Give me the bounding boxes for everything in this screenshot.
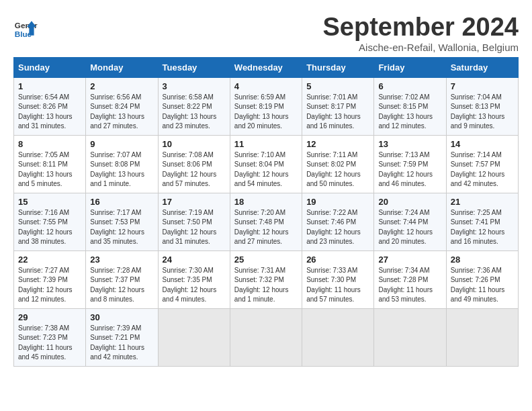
col-header-wednesday: Wednesday bbox=[230, 57, 302, 77]
day-number: 12 bbox=[306, 139, 369, 149]
day-number: 24 bbox=[163, 255, 226, 265]
day-number: 14 bbox=[451, 139, 514, 149]
calendar-cell: 22Sunrise: 7:27 AM Sunset: 7:39 PM Dayli… bbox=[14, 250, 86, 308]
day-info: Sunrise: 7:10 AM Sunset: 8:04 PM Dayligh… bbox=[234, 150, 298, 189]
day-number: 23 bbox=[90, 255, 153, 265]
calendar-cell: 18Sunrise: 7:20 AM Sunset: 7:48 PM Dayli… bbox=[230, 193, 302, 250]
calendar-cell: 20Sunrise: 7:24 AM Sunset: 7:44 PM Dayli… bbox=[374, 193, 446, 250]
calendar-cell: 14Sunrise: 7:14 AM Sunset: 7:57 PM Dayli… bbox=[446, 135, 518, 193]
calendar-cell: 30Sunrise: 7:39 AM Sunset: 7:21 PM Dayli… bbox=[86, 308, 158, 366]
calendar-cell bbox=[446, 308, 518, 366]
day-number: 19 bbox=[306, 197, 369, 207]
day-number: 22 bbox=[18, 255, 81, 265]
calendar-cell: 13Sunrise: 7:13 AM Sunset: 7:59 PM Dayli… bbox=[374, 135, 446, 193]
day-number: 18 bbox=[234, 197, 298, 207]
day-number: 6 bbox=[378, 81, 441, 91]
calendar-cell: 28Sunrise: 7:36 AM Sunset: 7:26 PM Dayli… bbox=[446, 250, 518, 308]
calendar-cell: 19Sunrise: 7:22 AM Sunset: 7:46 PM Dayli… bbox=[302, 193, 374, 250]
day-info: Sunrise: 7:05 AM Sunset: 8:11 PM Dayligh… bbox=[18, 150, 81, 189]
calendar-cell: 21Sunrise: 7:25 AM Sunset: 7:41 PM Dayli… bbox=[446, 193, 518, 250]
day-number: 21 bbox=[451, 197, 514, 207]
calendar-cell: 15Sunrise: 7:16 AM Sunset: 7:55 PM Dayli… bbox=[14, 193, 86, 250]
calendar-cell: 3Sunrise: 6:58 AM Sunset: 8:22 PM Daylig… bbox=[158, 77, 230, 135]
page-header: General Blue September 2024 Aische-en-Re… bbox=[13, 13, 519, 53]
day-info: Sunrise: 6:54 AM Sunset: 8:26 PM Dayligh… bbox=[18, 93, 81, 132]
col-header-friday: Friday bbox=[374, 57, 446, 77]
day-info: Sunrise: 7:01 AM Sunset: 8:17 PM Dayligh… bbox=[306, 93, 369, 132]
day-info: Sunrise: 7:38 AM Sunset: 7:23 PM Dayligh… bbox=[18, 324, 81, 363]
day-info: Sunrise: 7:20 AM Sunset: 7:48 PM Dayligh… bbox=[234, 208, 298, 247]
day-info: Sunrise: 6:58 AM Sunset: 8:22 PM Dayligh… bbox=[163, 93, 226, 132]
day-info: Sunrise: 7:36 AM Sunset: 7:26 PM Dayligh… bbox=[451, 266, 514, 305]
day-number: 3 bbox=[163, 81, 226, 91]
day-number: 16 bbox=[90, 197, 153, 207]
day-number: 9 bbox=[90, 139, 153, 149]
day-number: 29 bbox=[18, 312, 81, 322]
calendar-cell: 1Sunrise: 6:54 AM Sunset: 8:26 PM Daylig… bbox=[14, 77, 86, 135]
calendar-cell bbox=[302, 308, 374, 366]
calendar-week-4: 22Sunrise: 7:27 AM Sunset: 7:39 PM Dayli… bbox=[14, 250, 519, 308]
day-number: 15 bbox=[18, 197, 81, 207]
calendar-cell: 2Sunrise: 6:56 AM Sunset: 8:24 PM Daylig… bbox=[86, 77, 158, 135]
calendar-week-2: 8Sunrise: 7:05 AM Sunset: 8:11 PM Daylig… bbox=[14, 135, 519, 193]
day-info: Sunrise: 7:30 AM Sunset: 7:35 PM Dayligh… bbox=[163, 266, 226, 305]
calendar-cell: 9Sunrise: 7:07 AM Sunset: 8:08 PM Daylig… bbox=[86, 135, 158, 193]
calendar-cell: 27Sunrise: 7:34 AM Sunset: 7:28 PM Dayli… bbox=[374, 250, 446, 308]
col-header-saturday: Saturday bbox=[446, 57, 518, 77]
month-title: September 2024 bbox=[323, 13, 519, 42]
calendar-cell: 29Sunrise: 7:38 AM Sunset: 7:23 PM Dayli… bbox=[14, 308, 86, 366]
calendar-cell bbox=[158, 308, 230, 366]
day-info: Sunrise: 7:14 AM Sunset: 7:57 PM Dayligh… bbox=[451, 150, 514, 189]
col-header-monday: Monday bbox=[86, 57, 158, 77]
day-info: Sunrise: 6:56 AM Sunset: 8:24 PM Dayligh… bbox=[90, 93, 153, 132]
calendar-cell: 7Sunrise: 7:04 AM Sunset: 8:13 PM Daylig… bbox=[446, 77, 518, 135]
day-info: Sunrise: 7:13 AM Sunset: 7:59 PM Dayligh… bbox=[378, 150, 441, 189]
calendar-cell: 24Sunrise: 7:30 AM Sunset: 7:35 PM Dayli… bbox=[158, 250, 230, 308]
day-info: Sunrise: 7:34 AM Sunset: 7:28 PM Dayligh… bbox=[378, 266, 441, 305]
calendar-cell: 10Sunrise: 7:08 AM Sunset: 8:06 PM Dayli… bbox=[158, 135, 230, 193]
day-info: Sunrise: 7:25 AM Sunset: 7:41 PM Dayligh… bbox=[451, 208, 514, 247]
day-info: Sunrise: 7:27 AM Sunset: 7:39 PM Dayligh… bbox=[18, 266, 81, 305]
calendar-table: SundayMondayTuesdayWednesdayThursdayFrid… bbox=[13, 57, 519, 367]
col-header-thursday: Thursday bbox=[302, 57, 374, 77]
calendar-cell bbox=[230, 308, 302, 366]
day-number: 27 bbox=[378, 255, 441, 265]
logo: General Blue bbox=[13, 16, 38, 40]
day-number: 28 bbox=[451, 255, 514, 265]
day-number: 4 bbox=[234, 81, 298, 91]
day-info: Sunrise: 7:07 AM Sunset: 8:08 PM Dayligh… bbox=[90, 150, 153, 189]
calendar-cell: 23Sunrise: 7:28 AM Sunset: 7:37 PM Dayli… bbox=[86, 250, 158, 308]
day-number: 17 bbox=[163, 197, 226, 207]
calendar-cell: 6Sunrise: 7:02 AM Sunset: 8:15 PM Daylig… bbox=[374, 77, 446, 135]
day-info: Sunrise: 7:16 AM Sunset: 7:55 PM Dayligh… bbox=[18, 208, 81, 247]
calendar-cell: 4Sunrise: 6:59 AM Sunset: 8:19 PM Daylig… bbox=[230, 77, 302, 135]
day-number: 8 bbox=[18, 139, 81, 149]
calendar-cell: 5Sunrise: 7:01 AM Sunset: 8:17 PM Daylig… bbox=[302, 77, 374, 135]
day-info: Sunrise: 6:59 AM Sunset: 8:19 PM Dayligh… bbox=[234, 93, 298, 132]
day-info: Sunrise: 7:33 AM Sunset: 7:30 PM Dayligh… bbox=[306, 266, 369, 305]
calendar-cell: 16Sunrise: 7:17 AM Sunset: 7:53 PM Dayli… bbox=[86, 193, 158, 250]
day-info: Sunrise: 7:28 AM Sunset: 7:37 PM Dayligh… bbox=[90, 266, 153, 305]
title-block: September 2024 Aische-en-Refail, Walloni… bbox=[323, 13, 519, 53]
day-number: 25 bbox=[234, 255, 298, 265]
day-number: 1 bbox=[18, 81, 81, 91]
calendar-cell: 25Sunrise: 7:31 AM Sunset: 7:32 PM Dayli… bbox=[230, 250, 302, 308]
day-number: 7 bbox=[451, 81, 514, 91]
calendar-cell: 26Sunrise: 7:33 AM Sunset: 7:30 PM Dayli… bbox=[302, 250, 374, 308]
day-info: Sunrise: 7:22 AM Sunset: 7:46 PM Dayligh… bbox=[306, 208, 369, 247]
day-number: 2 bbox=[90, 81, 153, 91]
day-number: 10 bbox=[163, 139, 226, 149]
day-number: 13 bbox=[378, 139, 441, 149]
calendar-cell: 8Sunrise: 7:05 AM Sunset: 8:11 PM Daylig… bbox=[14, 135, 86, 193]
day-info: Sunrise: 7:08 AM Sunset: 8:06 PM Dayligh… bbox=[163, 150, 226, 189]
calendar-cell: 17Sunrise: 7:19 AM Sunset: 7:50 PM Dayli… bbox=[158, 193, 230, 250]
calendar-week-3: 15Sunrise: 7:16 AM Sunset: 7:55 PM Dayli… bbox=[14, 193, 519, 250]
day-info: Sunrise: 7:02 AM Sunset: 8:15 PM Dayligh… bbox=[378, 93, 441, 132]
day-info: Sunrise: 7:11 AM Sunset: 8:02 PM Dayligh… bbox=[306, 150, 369, 189]
calendar-cell: 11Sunrise: 7:10 AM Sunset: 8:04 PM Dayli… bbox=[230, 135, 302, 193]
calendar-week-1: 1Sunrise: 6:54 AM Sunset: 8:26 PM Daylig… bbox=[14, 77, 519, 135]
day-info: Sunrise: 7:39 AM Sunset: 7:21 PM Dayligh… bbox=[90, 324, 153, 363]
day-number: 5 bbox=[306, 81, 369, 91]
calendar-cell bbox=[374, 308, 446, 366]
day-info: Sunrise: 7:19 AM Sunset: 7:50 PM Dayligh… bbox=[163, 208, 226, 247]
